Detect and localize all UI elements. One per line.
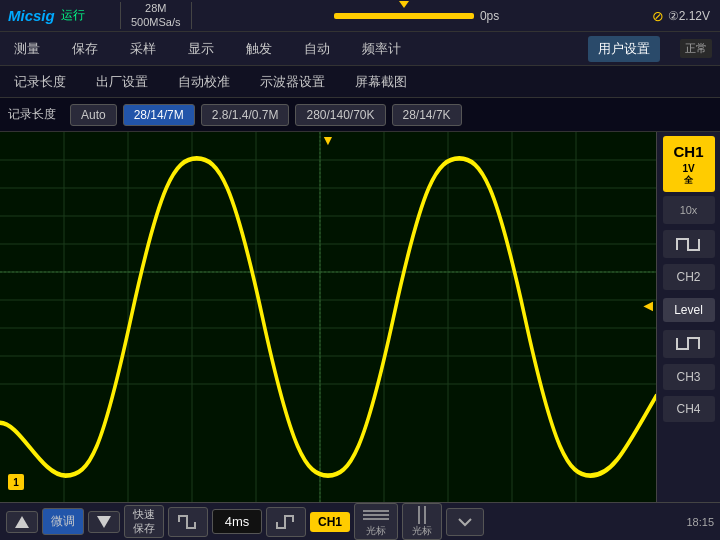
quick-save-line2: 保存 [133, 522, 155, 535]
main-area: ▼ 1 ◄ CH1 1V 全 10x CH2 Level [0, 132, 720, 502]
square-wave-down-icon[interactable] [663, 330, 715, 358]
trigger-icon: ⊘ [652, 8, 664, 24]
horizontal-cursor-button[interactable]: 光标 [354, 503, 398, 540]
quick-save-line1: 快速 [133, 508, 155, 521]
square-wave-up-icon[interactable] [663, 230, 715, 258]
top-bar: Micsig 运行 28M 500MSa/s 0ps ⊘ ②2.12V [0, 0, 720, 32]
ch3-button[interactable]: CH3 [663, 364, 715, 390]
ch1-ground-marker: 1 [8, 474, 24, 490]
down-arrow-button[interactable] [88, 511, 120, 533]
logo-area: Micsig 运行 [0, 7, 120, 24]
normal-indicator: 正常 [680, 39, 712, 58]
level-button[interactable]: Level [663, 298, 715, 322]
trigger-level-arrow: ◄ [640, 297, 656, 315]
up-triangle-icon [15, 516, 29, 528]
timebase-arrow-icon [399, 1, 409, 8]
time-display: 18:15 [686, 516, 714, 528]
bottom-bar: 微调 快速 保存 4ms CH1 光标 光标 [0, 502, 720, 540]
trigger-info: ⊘ ②2.12V [642, 8, 720, 24]
option-auto[interactable]: Auto [70, 104, 117, 126]
run-status: 运行 [61, 7, 85, 24]
menu-trigger[interactable]: 触发 [240, 36, 278, 62]
timebase-bar [334, 13, 474, 19]
submenu-screenshot[interactable]: 屏幕截图 [349, 69, 413, 95]
waveform [0, 132, 656, 502]
quick-save-button[interactable]: 快速 保存 [124, 505, 164, 537]
wave-left-button[interactable] [168, 507, 208, 537]
acquisition-info: 28M 500MSa/s [120, 2, 192, 28]
acq-rate: 28M [145, 2, 166, 15]
options-bar: 记录长度 Auto 28/14/7M 2.8/1.4/0.7M 280/140/… [0, 98, 720, 132]
ch1-voltage: 1V [667, 162, 711, 175]
scope-screen[interactable]: ▼ 1 ◄ [0, 132, 656, 502]
timebase-position: 0ps [480, 9, 499, 23]
ch4-button[interactable]: CH4 [663, 396, 715, 422]
menu-frequency[interactable]: 频率计 [356, 36, 407, 62]
cursor-label-2: 光标 [412, 524, 432, 537]
option-28k[interactable]: 28/14/7K [392, 104, 462, 126]
ch1-label: CH1 [667, 142, 711, 162]
user-settings-button[interactable]: 用户设置 [588, 36, 660, 62]
submenu-scope-settings[interactable]: 示波器设置 [254, 69, 331, 95]
ch1-indicator-bottom[interactable]: CH1 [310, 512, 350, 532]
option-280k[interactable]: 280/140/70K [295, 104, 385, 126]
menu-display[interactable]: 显示 [182, 36, 220, 62]
trigger-position-arrow: ▼ [321, 132, 335, 148]
fine-tune-button[interactable]: 微调 [42, 508, 84, 535]
options-label: 记录长度 [8, 106, 56, 123]
menu-auto[interactable]: 自动 [298, 36, 336, 62]
cursor-label-1: 光标 [366, 524, 386, 537]
option-2m8[interactable]: 2.8/1.4/0.7M [201, 104, 290, 126]
menu-acquire[interactable]: 采样 [124, 36, 162, 62]
down-triangle-icon [97, 516, 111, 528]
timebase-area[interactable]: 0ps [192, 9, 642, 23]
submenu-record-length[interactable]: 记录长度 [8, 69, 72, 95]
scroll-button[interactable] [446, 508, 484, 536]
option-28m[interactable]: 28/14/7M [123, 104, 195, 126]
submenu-auto-calibrate[interactable]: 自动校准 [172, 69, 236, 95]
probe-10x: 10x [663, 196, 715, 224]
trigger-voltage: ②2.12V [668, 9, 710, 23]
right-sidebar: CH1 1V 全 10x CH2 Level CH3 CH4 [656, 132, 720, 502]
probe-label: 10x [680, 204, 698, 216]
sample-rate: 500MSa/s [131, 16, 181, 29]
wave-right-button[interactable] [266, 507, 306, 537]
sub-menu-bar: 记录长度 出厂设置 自动校准 示波器设置 屏幕截图 [0, 66, 720, 98]
timebase-value[interactable]: 4ms [212, 509, 262, 534]
up-arrow-button[interactable] [6, 511, 38, 533]
menu-measure[interactable]: 测量 [8, 36, 46, 62]
menu-bar: 测量 保存 采样 显示 触发 自动 频率计 用户设置 正常 [0, 32, 720, 66]
submenu-factory-settings[interactable]: 出厂设置 [90, 69, 154, 95]
ch1-button[interactable]: CH1 1V 全 [663, 136, 715, 192]
menu-save[interactable]: 保存 [66, 36, 104, 62]
vertical-cursor-button[interactable]: 光标 [402, 503, 442, 540]
logo-text: Micsig [8, 7, 55, 24]
ch2-button[interactable]: CH2 [663, 264, 715, 290]
ch1-coupling: 全 [667, 175, 711, 187]
